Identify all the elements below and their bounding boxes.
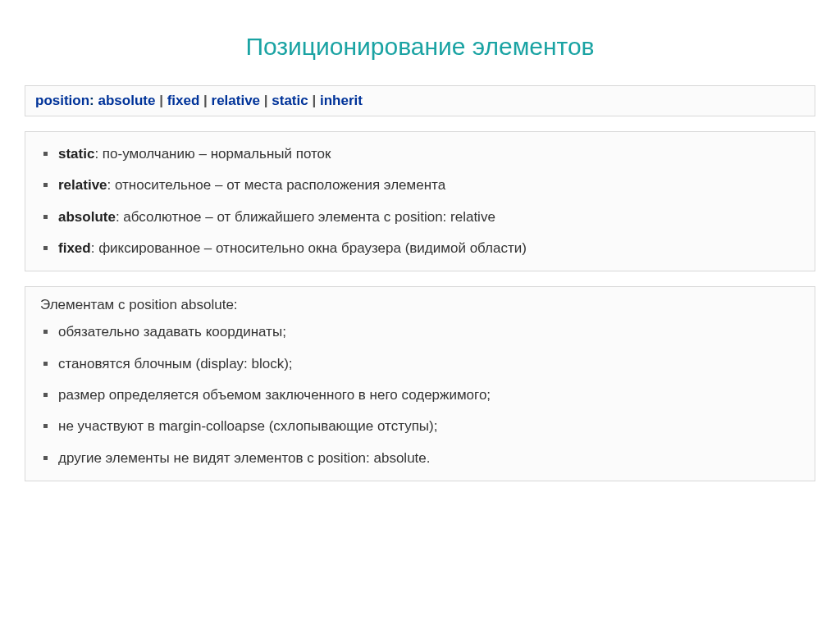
notes-item: не участвуют в margin-colloapse (схлопыв…	[43, 411, 805, 442]
definition-item: fixed: фиксированное – относительно окна…	[43, 233, 805, 264]
notes-item: размер определяется объемом заключенного…	[43, 380, 805, 411]
notes-panel: Элементам с position absolute: обязатель…	[25, 286, 815, 481]
syntax-value-4: inherit	[320, 93, 363, 108]
definition-desc: : абсолютное – от ближайшего элемента с …	[116, 209, 495, 225]
syntax-sep-0: |	[159, 93, 167, 108]
definition-item: absolute: абсолютное – от ближайшего эле…	[43, 202, 805, 233]
slide-title: Позиционирование элементов	[25, 33, 815, 61]
syntax-value-1: fixed	[167, 93, 200, 108]
definition-term: absolute	[58, 209, 116, 225]
syntax-sep-1: |	[203, 93, 211, 108]
definition-desc: : относительное – от места расположения …	[107, 177, 446, 193]
syntax-value-2: relative	[212, 93, 261, 108]
definition-item: relative: относительное – от места распо…	[43, 170, 805, 201]
definition-desc: : фиксированное – относительно окна брау…	[91, 240, 527, 256]
definitions-panel: static: по-умолчанию – нормальный поток …	[25, 131, 815, 271]
syntax-value-0: absolute	[98, 93, 156, 108]
notes-list: обязательно задавать координаты; становя…	[35, 317, 805, 474]
notes-item: другие элементы не видят элементов с pos…	[43, 443, 805, 474]
syntax-value-3: static	[272, 93, 308, 108]
notes-item: обязательно задавать координаты;	[43, 317, 805, 348]
definition-term: relative	[58, 177, 107, 193]
notes-item: становятся блочным (display: block);	[43, 349, 805, 380]
syntax-panel: position: absolute | fixed | relative | …	[25, 85, 815, 116]
definition-term: static	[58, 146, 94, 162]
syntax-colon: :	[89, 93, 98, 108]
definition-term: fixed	[58, 240, 91, 256]
syntax-sep-2: |	[264, 93, 272, 108]
syntax-sep-3: |	[312, 93, 319, 108]
definition-item: static: по-умолчанию – нормальный поток	[43, 139, 805, 170]
definitions-list: static: по-умолчанию – нормальный поток …	[35, 139, 805, 264]
definition-desc: : по-умолчанию – нормальный поток	[94, 146, 331, 162]
slide-container: Позиционирование элементов position: abs…	[0, 0, 840, 521]
syntax-property: position	[35, 93, 89, 108]
notes-intro: Элементам с position absolute:	[35, 294, 805, 317]
